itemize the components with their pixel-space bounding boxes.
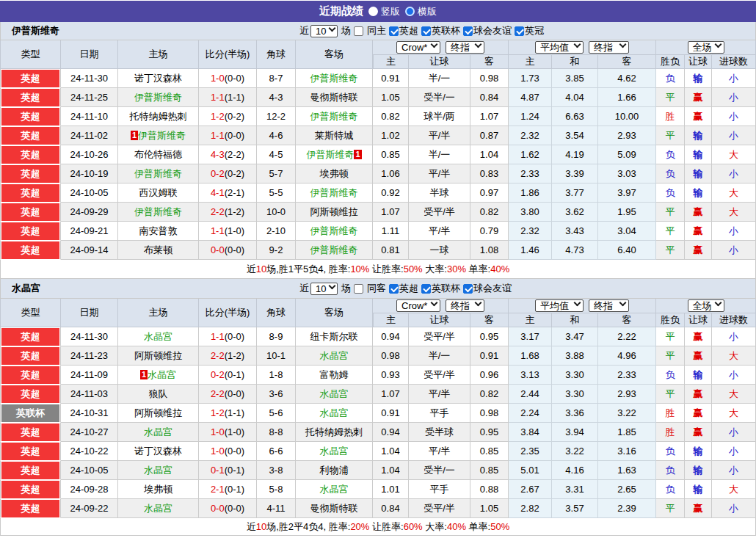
- header-select-0-0[interactable]: Crow*: [396, 41, 440, 54]
- header-select-1-1[interactable]: 终指: [589, 299, 629, 312]
- column-subheader: 胜负: [656, 313, 685, 327]
- avg-home-odds: 1.68: [509, 346, 552, 366]
- league-type-cell: 英超: [0, 346, 61, 366]
- match-date: 24-10-19: [61, 164, 118, 183]
- result-text: 平: [666, 92, 675, 103]
- select-value: 平均值: [540, 41, 569, 54]
- away-team: 曼彻斯特联: [296, 88, 373, 107]
- result-text: 输: [694, 73, 703, 84]
- header-select-2-0[interactable]: 全场: [688, 299, 724, 312]
- fulltime-score: 1-1: [211, 92, 225, 103]
- header-select-2-0[interactable]: 全场: [688, 41, 724, 54]
- results-table: 类型日期主场比分(半场)角球客场Crow*终指平均值终指全场主让球客主和客胜负让…: [0, 299, 756, 518]
- goals-result-cell: 小: [712, 327, 756, 346]
- league-type-badge: 英超: [1, 127, 59, 145]
- league-checkbox-2[interactable]: [463, 284, 473, 294]
- match-date: 24-11-25: [61, 88, 118, 107]
- result-text: 输: [694, 149, 703, 160]
- view-radio-option-horizontal[interactable]: 横版: [405, 5, 437, 18]
- red-card-count: 1: [131, 131, 138, 140]
- header-select-1-0[interactable]: 平均值: [535, 299, 584, 312]
- header-select-0-0[interactable]: Crow*: [396, 299, 440, 312]
- summary-value: 40%: [447, 521, 466, 532]
- avg-draw-odds: 3.62: [552, 203, 598, 222]
- avg-away-odds: 2.39: [598, 499, 656, 518]
- corners-cell: 4-6: [257, 126, 296, 145]
- goals-result-cell: 小: [712, 88, 756, 107]
- avg-away-odds: 3.04: [598, 222, 656, 241]
- handicap-result-cell: 赢: [685, 404, 712, 423]
- home-team: 布莱顿: [118, 241, 199, 260]
- column-subheader: 主: [373, 55, 409, 69]
- home-team-name: 伊普斯维奇: [134, 92, 182, 103]
- corners-cell: 10-1: [257, 346, 296, 366]
- games-label: 场: [341, 282, 351, 295]
- handicap-away-odds: 0.85: [470, 442, 509, 461]
- same-side-checkbox[interactable]: [354, 26, 363, 36]
- match-date: 24-10-31: [61, 404, 118, 423]
- result-text: 负: [666, 369, 675, 380]
- score-cell: 2-2(1-2): [199, 346, 257, 366]
- result-text: 平: [666, 206, 675, 217]
- handicap-away-odds: 0.87: [470, 126, 509, 145]
- match-row: 英超24-11-30诺丁汉森林1-0(0-0)8-7伊普斯维奇0.91半/一0.…: [0, 69, 756, 88]
- column-subheader: 客: [470, 55, 509, 69]
- result-text: 赢: [694, 350, 703, 361]
- summary-value: 50%: [404, 263, 423, 275]
- halftime-score: (0-0): [225, 331, 244, 342]
- header-select-0-1[interactable]: 终指: [446, 299, 484, 312]
- handicap-line: 受平/半: [409, 366, 470, 385]
- radio-unchecked-icon[interactable]: [368, 7, 378, 16]
- league-checkbox-3[interactable]: [515, 26, 524, 36]
- match-row: 英超24-11-10托特纳姆热刺1-2(0-2)12-2伊普斯维奇0.82球半/…: [0, 107, 756, 126]
- match-date: 24-09-28: [61, 480, 118, 499]
- summary-label: 单率:: [466, 520, 490, 534]
- fulltime-score: 2-1: [211, 484, 225, 495]
- match-count-select[interactable]: 10: [310, 283, 338, 295]
- result-cell: 负: [656, 480, 685, 499]
- fulltime-score: 4-3: [211, 149, 225, 160]
- match-count-select[interactable]: 10: [310, 25, 338, 37]
- column-header: 客场: [296, 299, 373, 327]
- away-team: 利物浦: [296, 461, 373, 480]
- league-checkbox-1[interactable]: [421, 284, 431, 294]
- away-team: 伊普斯维奇: [296, 69, 373, 88]
- match-row: 英超24-10-05水晶宫0-1(0-1)3-8利物浦1.04受半/一0.855…: [0, 461, 756, 480]
- result-text: 小: [729, 225, 738, 236]
- score-cell: 1-1(0-0): [199, 126, 257, 145]
- radio-checked-icon[interactable]: [405, 7, 415, 16]
- league-checkbox-label: 英超: [399, 282, 418, 295]
- score-cell: 1-1(1-1): [199, 88, 257, 107]
- handicap-away-odds: 0.98: [470, 69, 509, 88]
- halftime-score: (0-0): [225, 503, 244, 514]
- avg-home-odds: 2.67: [509, 480, 552, 499]
- handicap-home-odds: 0.94: [373, 423, 409, 442]
- header-select-1-1[interactable]: 终指: [589, 41, 629, 54]
- handicap-result-cell: 输: [685, 164, 712, 183]
- league-checkbox-2[interactable]: [463, 26, 473, 36]
- chevron-down-icon: [714, 299, 722, 306]
- result-text: 赢: [694, 244, 703, 255]
- chevron-down-icon: [475, 40, 482, 48]
- result-text: 输: [694, 187, 703, 198]
- away-team: 伊普斯维奇1: [296, 145, 373, 164]
- corners-cell: 2-10: [257, 222, 296, 241]
- league-checkbox-1[interactable]: [421, 26, 431, 36]
- header-select-0-1[interactable]: 终指: [446, 41, 484, 54]
- same-side-checkbox[interactable]: [354, 284, 363, 294]
- result-text: 平: [666, 350, 675, 361]
- home-team-name: 水晶宫: [144, 331, 172, 342]
- avg-home-odds: 3.13: [509, 366, 552, 385]
- away-team: 阿斯顿维拉: [296, 203, 373, 222]
- away-team-name: 伊普斯维奇: [306, 149, 354, 160]
- view-radio-option-vertical[interactable]: 竖版: [368, 5, 400, 18]
- match-row: 英超24-10-05西汉姆联4-1(2-1)5-5伊普斯维奇0.92半球0.97…: [0, 183, 756, 203]
- league-checkbox-0[interactable]: [389, 26, 399, 36]
- handicap-away-odds: 0.88: [470, 480, 509, 499]
- column-subheader: 进球数: [712, 55, 756, 69]
- results-table: 类型日期主场比分(半场)角球客场Crow*终指平均值终指全场主让球客主和客胜负让…: [0, 40, 756, 260]
- header-select-1-0[interactable]: 平均值: [535, 41, 584, 54]
- handicap-line: 平/半: [409, 442, 470, 461]
- league-checkbox-0[interactable]: [389, 284, 399, 294]
- header-group-selects: 平均值终指: [509, 41, 655, 54]
